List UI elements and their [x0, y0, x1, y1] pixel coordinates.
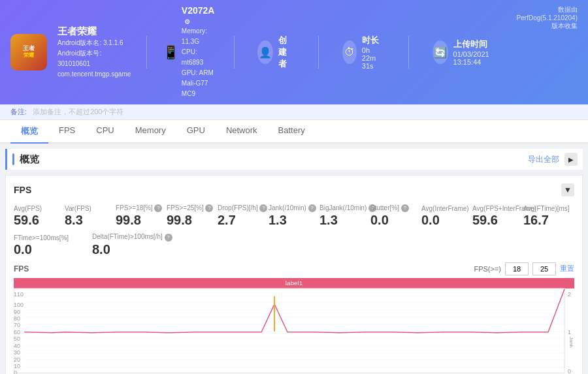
- duration-section: ⏱ 时长 0h 22m 31s: [335, 35, 393, 70]
- stat-var-fps: Var(FPS) 8.3: [65, 205, 116, 228]
- svg-text:90: 90: [14, 309, 20, 315]
- creator-label: 创建者: [278, 35, 295, 70]
- fps-panel-collapse[interactable]: ▼: [561, 183, 574, 196]
- svg-text:1: 1: [568, 329, 571, 335]
- game-icon: 王者 荣耀: [10, 34, 47, 70]
- stat-jank: Jank(/10min) ? 1.3: [269, 204, 319, 228]
- svg-text:30: 30: [14, 349, 20, 355]
- svg-text:60: 60: [14, 329, 20, 335]
- tab-fps[interactable]: FPS: [48, 120, 86, 144]
- upload-value: 01/03/2021 13:15:44: [453, 50, 497, 66]
- reset-button[interactable]: 重置: [560, 264, 574, 273]
- svg-text:0: 0: [14, 369, 17, 374]
- tab-gpu[interactable]: GPU: [176, 120, 216, 144]
- chart-label: FPS: [14, 264, 29, 273]
- stat-avg-fps: Avg(FPS) 59.6: [14, 205, 65, 228]
- stat-ftime-100: FTime>=100ms[%] 0.0: [14, 234, 92, 257]
- tab-cpu[interactable]: CPU: [86, 120, 124, 144]
- fps-chart-svg: label1 110 100 90 80 70 60 50 40 30 20 1…: [14, 278, 574, 374]
- game-title: 王者荣耀: [57, 25, 131, 38]
- stat-avg-ftime: Avg(FTime)[ms] 16.7: [523, 205, 574, 228]
- svg-text:label1: label1: [286, 279, 303, 287]
- notes-placeholder: 添加备注，不超过200个字符: [33, 108, 123, 116]
- device-gpu: GPU: ARM Mali-G77 MC9: [182, 68, 218, 99]
- device-id: V2072A ⚙: [182, 5, 218, 26]
- creator-section: 👤 创建者: [250, 35, 302, 70]
- android-version: Android版本名: 3.1.1.6: [57, 38, 131, 48]
- svg-text:Jank: Jank: [568, 337, 574, 348]
- stat-fps-25: FPS>=25[%] ? 99.8: [167, 204, 218, 228]
- upload-label: 上传时间: [453, 39, 497, 50]
- stat-drop-fps: Drop(FPS)[/h] ? 2.7: [218, 204, 269, 228]
- fps-threshold-controls: FPS(>=) 重置: [474, 262, 574, 275]
- android-code: Android版本号: 301010601: [57, 48, 131, 69]
- svg-text:80: 80: [14, 315, 20, 322]
- chart-wrapper: label1 110 100 90 80 70 60 50 40 30 20 1…: [14, 278, 574, 374]
- section-header: 概览 导出全部 ▶: [5, 149, 583, 170]
- fps-val2-input[interactable]: [532, 262, 556, 275]
- device-memory: Memory: 11.3G: [182, 26, 218, 47]
- export-button[interactable]: 导出全部: [528, 154, 559, 165]
- svg-text:0: 0: [568, 367, 571, 374]
- stat-avg-interframe: Avg(InterFrame) 0.0: [421, 205, 472, 228]
- device-cpu: CPU: mt6893: [182, 47, 218, 68]
- fps-val1-input[interactable]: [505, 262, 529, 275]
- stat-fps-18: FPS>=18[%] ? 99.8: [116, 204, 167, 228]
- svg-text:40: 40: [14, 342, 20, 349]
- notes-bar: 备注: 添加备注，不超过200个字符: [0, 104, 588, 120]
- fps-stats-row1: Avg(FPS) 59.6 Var(FPS) 8.3 FPS>=18[%] ? …: [14, 204, 574, 228]
- upload-section: 🔄 上传时间 01/03/2021 13:15:44: [425, 39, 505, 66]
- duration-label: 时长: [362, 35, 385, 46]
- stat-stutter: Stutter[%] ? 0.0: [370, 204, 421, 228]
- svg-text:70: 70: [14, 322, 20, 328]
- notes-label: 备注:: [10, 108, 27, 116]
- fps-stats-row2: FTime>=100ms[%] 0.0 Delta(FTime)>100ms[/…: [14, 233, 574, 257]
- section-title: 概览: [20, 153, 39, 166]
- chart-container: FPS FPS(>=) 重置 label1 110: [14, 262, 574, 374]
- package-name: com.tencent.tmgp.sgame: [57, 69, 131, 80]
- game-info: 王者荣耀 Android版本名: 3.1.1.6 Android版本号: 301…: [57, 25, 131, 80]
- tab-network[interactable]: Network: [216, 120, 268, 144]
- tab-memory[interactable]: Memory: [125, 120, 176, 144]
- tab-battery[interactable]: Battery: [268, 120, 316, 144]
- content: 概览 导出全部 ▶ FPS ▼ Avg(FPS) 59.6 Var(FPS) 8…: [0, 144, 588, 374]
- data-source: 数据由PerfDog(5.1.210204)版本收集: [515, 5, 578, 31]
- stat-delta-ftime: Delta(FTime)>100ms[/h] ? 8.0: [92, 233, 210, 257]
- device-section: 📱 V2072A ⚙ Memory: 11.3G CPU: mt6893 GPU…: [163, 5, 218, 99]
- fps-panel-title: FPS: [14, 185, 31, 195]
- fps-panel: FPS ▼ Avg(FPS) 59.6 Var(FPS) 8.3 FPS>=18…: [5, 175, 583, 374]
- svg-rect-2: [14, 288, 564, 373]
- collapse-button[interactable]: ▶: [564, 153, 578, 166]
- stat-avg-fps-interframe: Avg(FPS+InterFrame) 59.6: [472, 205, 523, 228]
- svg-text:100: 100: [14, 302, 24, 308]
- fps-threshold-label: FPS(>=): [474, 265, 501, 273]
- svg-text:50: 50: [14, 335, 20, 341]
- svg-text:10: 10: [14, 362, 20, 369]
- svg-text:2: 2: [568, 291, 571, 298]
- svg-text:20: 20: [14, 356, 20, 362]
- svg-text:110: 110: [14, 291, 24, 298]
- stat-bigjank: BigJank(/10min) ? 1.3: [319, 204, 370, 228]
- nav-tabs: 概览 FPS CPU Memory GPU Network Battery: [0, 120, 588, 144]
- header: 王者 荣耀 王者荣耀 Android版本名: 3.1.1.6 Android版本…: [0, 0, 588, 104]
- tab-overview[interactable]: 概览: [10, 120, 48, 144]
- duration-value: 0h 22m 31s: [362, 46, 385, 70]
